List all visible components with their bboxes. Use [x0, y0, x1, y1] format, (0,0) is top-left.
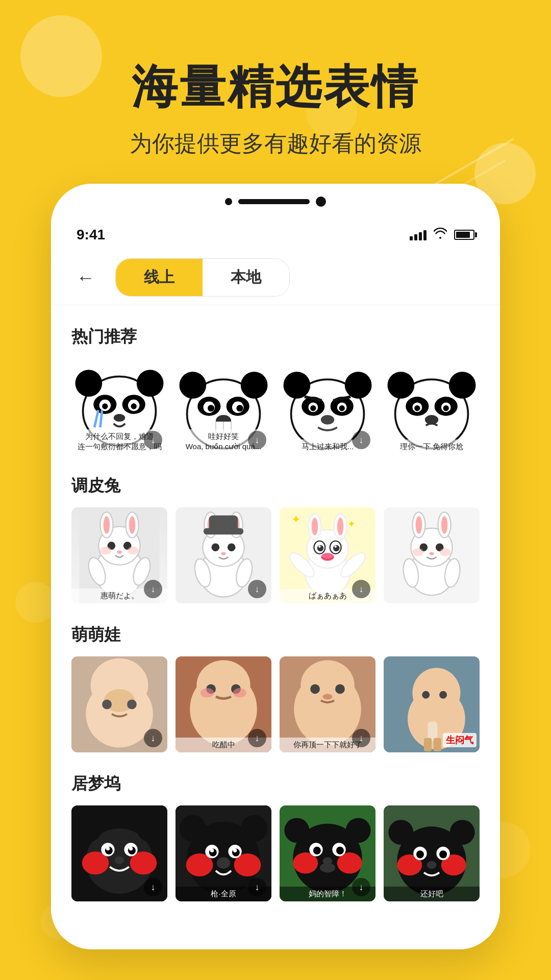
sticker-row-baby: ↓ 吃醋中	[71, 656, 480, 752]
download-arrow-icon: ↓	[255, 733, 260, 744]
svg-point-36	[310, 405, 316, 411]
svg-point-143	[137, 815, 164, 842]
download-button-hot-3[interactable]: ↓	[352, 431, 370, 449]
header-section: 海量精选表情 为你提供更多有趣好看的资源	[0, 0, 551, 214]
svg-point-174	[313, 847, 321, 854]
sticker-item[interactable]: 你再顶一下下就好了 ↓	[280, 656, 375, 752]
svg-point-152	[115, 856, 124, 864]
status-time: 9:41	[77, 227, 105, 243]
sticker-row-bear: ↓	[71, 805, 480, 901]
sticker-item[interactable]: ↓	[176, 507, 271, 603]
phone-content[interactable]: 热门推荐	[51, 305, 500, 938]
svg-point-181	[450, 820, 475, 845]
svg-point-16	[241, 372, 268, 399]
svg-point-134	[422, 691, 430, 699]
download-button-bear-1[interactable]: ↓	[144, 878, 162, 896]
sticker-item[interactable]	[384, 507, 480, 603]
svg-rect-137	[424, 738, 432, 751]
svg-point-37	[339, 405, 345, 411]
download-button-rabbit-1[interactable]: ↓	[144, 580, 162, 598]
tab-group: 线上 本地	[115, 258, 290, 297]
sticker-item[interactable]: 惠萌だよ。 ↓	[71, 507, 167, 603]
svg-point-104	[441, 516, 448, 533]
sticker-item[interactable]: 马上过来和我... ↓	[280, 358, 375, 454]
svg-point-164	[233, 849, 237, 853]
svg-point-156	[241, 815, 268, 842]
download-button-hot-1[interactable]: ↓	[144, 431, 162, 449]
svg-point-50	[443, 405, 449, 411]
svg-point-165	[217, 857, 230, 869]
download-button-rabbit-3[interactable]: ↓	[352, 580, 370, 598]
sticker-item[interactable]: ↓	[71, 656, 167, 752]
svg-rect-136	[428, 722, 437, 741]
download-arrow-icon: ↓	[359, 733, 364, 744]
sticker-item[interactable]: 理你一下 免得你尬	[384, 358, 480, 454]
download-arrow-icon: ↓	[151, 733, 156, 744]
svg-point-120	[196, 660, 250, 710]
signal-bars-icon	[410, 229, 427, 240]
svg-point-109	[429, 552, 434, 555]
sticker-item[interactable]: 生闷气	[384, 656, 480, 752]
svg-point-124	[233, 688, 246, 698]
sticker-item[interactable]: 妈的智障！ ↓	[280, 805, 375, 901]
sticker-caption-hot-4: 理你一下 免得你尬	[384, 439, 480, 455]
section-title-bear: 居梦坞	[71, 773, 480, 795]
download-button-bear-3[interactable]: ↓	[352, 878, 370, 896]
svg-point-116	[102, 700, 112, 709]
download-button-rabbit-2[interactable]: ↓	[248, 580, 266, 598]
svg-point-15	[180, 372, 207, 399]
download-button-hot-2[interactable]: ↓	[248, 431, 266, 449]
wifi-icon	[434, 228, 447, 242]
svg-point-93	[318, 545, 321, 548]
svg-point-43	[388, 372, 415, 399]
svg-point-77	[221, 552, 226, 555]
section-title-hot: 热门推荐	[71, 326, 480, 348]
sticker-item[interactable]: 吃醋中 ↓	[176, 656, 271, 752]
svg-point-123	[201, 688, 214, 698]
svg-point-151	[129, 847, 133, 851]
download-button-baby-1[interactable]: ↓	[144, 729, 162, 747]
svg-point-135	[439, 691, 447, 699]
svg-point-3	[137, 370, 164, 397]
sticker-item[interactable]: ↓	[71, 805, 167, 901]
download-arrow-icon: ↓	[151, 584, 156, 595]
sticker-item[interactable]: ✦ ✦	[280, 507, 375, 603]
svg-text:✦: ✦	[292, 513, 301, 526]
battery-icon	[454, 230, 474, 240]
svg-point-107	[412, 548, 423, 556]
tab-online[interactable]: 线上	[116, 259, 203, 296]
download-arrow-icon: ↓	[359, 882, 364, 893]
status-icons	[410, 228, 474, 242]
sticker-item[interactable]: 哇好好笑Woa, buồn cười quá... ↓	[176, 358, 271, 454]
download-arrow-icon: ↓	[255, 584, 260, 595]
svg-point-63	[117, 551, 121, 554]
svg-text:✦: ✦	[347, 519, 356, 529]
download-button-baby-3[interactable]: ↓	[352, 729, 370, 747]
download-arrow-icon: ↓	[255, 882, 260, 893]
svg-point-8	[102, 403, 108, 409]
tab-local[interactable]: 本地	[203, 259, 289, 296]
svg-point-108	[440, 548, 451, 556]
sticker-item[interactable]: 枪·全原 ↓	[176, 805, 271, 901]
svg-rect-74	[209, 516, 238, 531]
download-button-bear-2[interactable]: ↓	[248, 878, 266, 896]
sticker-row-hot: 为什么不回复，难道连一句敷衍都不愿意，吗 ↓	[71, 358, 480, 454]
svg-point-187	[439, 850, 447, 858]
svg-point-21	[208, 405, 214, 411]
svg-point-128	[310, 684, 320, 694]
svg-point-133	[412, 668, 460, 718]
svg-point-38	[321, 415, 334, 425]
sticker-item[interactable]: 还好吧	[384, 805, 480, 901]
svg-point-22	[236, 405, 243, 411]
svg-point-103	[416, 516, 422, 533]
svg-point-58	[129, 516, 136, 533]
download-arrow-icon: ↓	[359, 435, 364, 446]
download-button-baby-2[interactable]: ↓	[248, 729, 266, 747]
back-button[interactable]: ←	[77, 267, 95, 288]
svg-point-175	[336, 847, 344, 854]
svg-point-62	[128, 547, 139, 555]
sticker-item[interactable]: 为什么不回复，难道连一句敷衍都不愿意，吗 ↓	[71, 358, 167, 454]
sticker-row-rabbit: 惠萌だよ。 ↓	[71, 507, 480, 603]
svg-point-49	[414, 405, 420, 411]
svg-point-87	[312, 518, 318, 535]
